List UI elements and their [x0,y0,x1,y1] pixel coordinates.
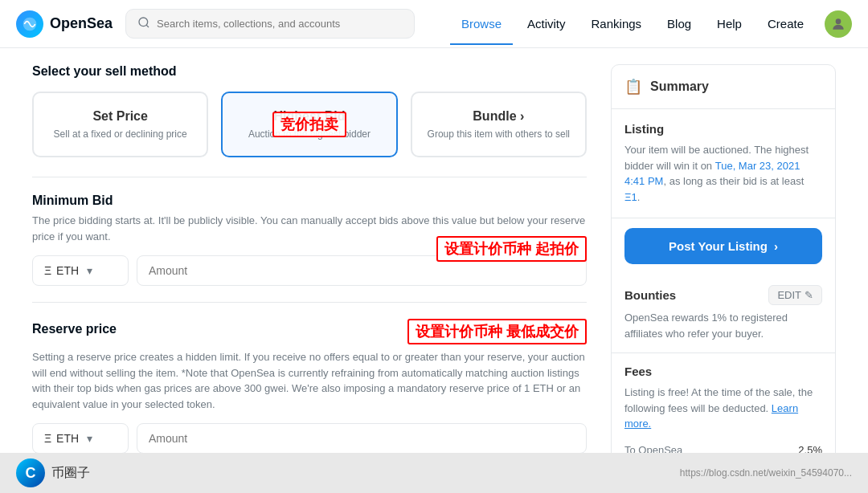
post-btn-wrapper: Post Your Listing › 点击发售NFT [612,228,835,264]
listing-desc-suffix: , as long as their bid is at least [663,175,804,187]
bundle-arrow: › [520,109,524,123]
nav-menu: Browse Activity Rankings Blog Help Creat… [450,10,852,38]
listing-eth: Ξ1 [624,191,637,203]
nav-blog[interactable]: Blog [656,10,702,37]
bundle-desc: Group this item with others to sell [425,128,572,140]
eth-label-reserve: ETH [56,432,79,445]
reserve-price-inputs: Ξ ETH ▾ [32,423,587,454]
svg-point-2 [836,18,841,24]
eth-symbol-reserve: Ξ [44,432,51,445]
bounties-section: Bounties EDIT ✎ OpenSea rewards 1% to re… [612,274,835,352]
cn-annotation-min-bid: 设置计价币种 起拍价 [436,236,587,262]
summary-card: 📋 Summary Listing Your item will be auct… [611,64,836,487]
cn-annotation-reserve: 设置计价币种 最低成交价 [407,319,587,344]
nav-rankings[interactable]: Rankings [580,10,653,37]
reserve-price-currency[interactable]: Ξ ETH ▾ [32,423,129,454]
summary-title: Summary [650,79,709,94]
search-input[interactable] [157,18,403,30]
listing-period: . [637,191,641,203]
listing-title: Listing [624,122,822,136]
highest-bid-title: Highest Bid [235,109,383,124]
logo[interactable]: OpenSea [16,10,113,38]
sell-card-bundle[interactable]: Bundle › Group this item with others to … [411,92,587,157]
listing-section: Listing Your item will be auctioned. The… [612,109,835,218]
minimum-bid-section: Minimum Bid The price bidding starts at.… [32,177,587,302]
nav-create[interactable]: Create [756,10,815,37]
bounties-title: Bounties [624,288,676,302]
bounties-desc: OpenSea rewards 1% to registered affilia… [612,310,835,352]
fees-desc: Listing is free! At the time of the sale… [624,385,822,432]
set-price-desc: Sell at a fixed or declining price [47,128,194,140]
bounties-header: Bounties EDIT ✎ [612,274,835,310]
svg-point-1 [139,18,148,26]
edit-pencil-icon: ✎ [805,289,813,301]
sell-card-highest-bid[interactable]: Highest Bid Auction to the highest bidde… [221,92,397,157]
nav-browse[interactable]: Browse [450,10,513,37]
sell-method-cards: Set Price Sell at a fixed or declining p… [32,92,587,157]
fees-title: Fees [624,365,822,378]
reserve-price-amount[interactable] [137,423,587,454]
watermark-bar: C 币圈子 https://blog.csdn.net/weixin_54594… [0,453,868,493]
watermark-text: 币圈子 [51,465,90,482]
nav-help[interactable]: Help [706,10,753,37]
sell-method-title: Select your sell method [32,64,587,79]
sell-method-section: Select your sell method Set Price Sell a… [32,64,587,157]
post-listing-button[interactable]: Post Your Listing › [624,228,822,264]
post-listing-label: Post Your Listing [669,239,768,253]
reserve-currency-chevron: ▾ [87,432,92,445]
left-panel: Select your sell method Set Price Sell a… [32,64,587,493]
summary-doc-icon: 📋 [624,78,642,96]
highest-bid-desc: Auction to the highest bidder [235,128,383,140]
eth-symbol: Ξ [44,264,51,277]
edit-label: EDIT [777,289,801,301]
summary-header: 📋 Summary [612,65,835,109]
reserve-price-title: Reserve price [32,322,117,336]
reserve-price-section: Reserve price 设置计价币种 最低成交价 Setting a res… [32,302,587,470]
user-avatar[interactable] [825,10,852,38]
watermark-url: https://blog.csdn.net/weixin_54594070... [680,467,852,479]
currency-chevron: ▾ [87,264,92,277]
search-bar[interactable] [125,9,415,39]
watermark-icon: C [16,458,45,487]
navbar: OpenSea Browse Activity Rankings Blog He… [0,0,868,48]
reserve-price-desc: Setting a reserve price creates a hidden… [32,349,587,412]
main-container: Select your sell method Set Price Sell a… [0,48,868,493]
logo-icon [16,10,43,38]
sell-card-set-price[interactable]: Set Price Sell at a fixed or declining p… [32,92,208,157]
edit-bounties-button[interactable]: EDIT ✎ [768,285,822,305]
logo-text: OpenSea [50,15,113,32]
right-panel: 📋 Summary Listing Your item will be auct… [611,64,836,493]
nav-activity[interactable]: Activity [516,10,577,37]
set-price-title: Set Price [47,109,194,124]
post-arrow-icon: › [774,239,778,253]
minimum-bid-title: Minimum Bid [32,194,587,208]
eth-label: ETH [56,264,79,277]
bundle-title: Bundle › [425,109,572,124]
watermark-logo: C 币圈子 [16,458,90,487]
listing-desc: Your item will be auctioned. The highest… [624,142,822,205]
minimum-bid-currency[interactable]: Ξ ETH ▾ [32,255,129,286]
search-icon [137,16,150,31]
